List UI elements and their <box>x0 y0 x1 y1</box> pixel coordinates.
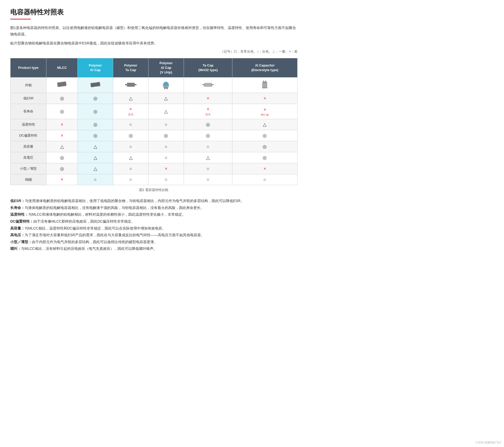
svg-rect-16 <box>205 83 211 87</box>
table-body: 外観 <box>11 78 298 185</box>
cell-r2-c5: ×dry up <box>232 104 297 119</box>
cell-r4-c2: ◎ <box>113 130 149 141</box>
col-header-0: Product type <box>11 58 46 78</box>
cell-r6-c3: ○ <box>149 152 184 163</box>
desc-item: 高容量：与MLCC相比，温度特性和DC偏压特性非常稳定，因此可以在实际使用中增加… <box>10 225 298 232</box>
cell-r7-c1: △ <box>78 163 113 174</box>
cell-r2-c2: ×点火 <box>113 104 149 119</box>
cell-r3-c0: × <box>46 119 78 130</box>
table-row: DC偏置特性×◎◎◎◎◎ <box>11 130 298 141</box>
svg-rect-7 <box>127 83 135 87</box>
col-header-4: PolymerAl Cap(V chip) <box>149 58 184 78</box>
col-header-2: PolymerAl Cap <box>78 58 113 78</box>
feature-cell: 高電圧 <box>11 152 46 163</box>
cell-r7-c0: ◎ <box>46 163 78 174</box>
cell-r5-c3: ○ <box>149 141 184 152</box>
feature-cell: 低ESR <box>11 93 46 104</box>
feature-cell: 長寿命 <box>11 104 46 119</box>
cell-r0-c4 <box>184 78 232 93</box>
table-row: 嗚咽×○○○○○ <box>11 174 298 185</box>
feature-cell: DC偏置特性 <box>11 130 46 141</box>
feature-cell: 嗚咽 <box>11 174 46 185</box>
table-row: 温度特性×◎○○◎△ <box>11 119 298 130</box>
cell-r7-c3: × <box>149 163 184 174</box>
cell-r0-c1 <box>78 78 113 93</box>
table-row: 低ESR◎◎△△×× <box>11 93 298 104</box>
desc-item: 低ESR：与使用液体电解质的铝电解电容器相比，使用了低电阻的聚合物，与钽电容器相… <box>10 197 298 204</box>
desc-term: 长寿命： <box>10 206 25 210</box>
cell-r3-c2: ○ <box>113 119 149 130</box>
legend: （记号）◎：非常出色、○：出色、△：一般、×：差 <box>10 49 298 54</box>
desc-term: 高容量： <box>10 226 25 230</box>
desc-term: 低ESR： <box>10 199 25 203</box>
cell-r1-c5: × <box>232 93 297 104</box>
feature-cell: 高容量 <box>11 141 46 152</box>
cell-r4-c4: ◎ <box>184 130 232 141</box>
cell-r8-c1: ○ <box>78 174 113 185</box>
cell-r2-c1: ◎ <box>78 104 113 119</box>
cell-r5-c4: ○ <box>184 141 232 152</box>
cell-r0-c5 <box>232 78 297 93</box>
svg-line-13 <box>164 88 165 89</box>
cell-r0-c3 <box>149 78 184 93</box>
cell-r6-c1: △ <box>78 152 113 163</box>
cell-r3-c1: ◎ <box>78 119 113 130</box>
cell-r0-c0 <box>46 78 78 93</box>
desc-term: 高电压： <box>10 233 25 237</box>
intro-para-1: 图1是各种电容器的特性对照表。以往使用电解液的铝电解电容器（罐型）和使用二氧化锰… <box>10 25 298 37</box>
svg-rect-18 <box>212 84 214 85</box>
intro-para-2: 贴片型聚合物铝电解电容器在聚合物电容器中ESR最低，因此在纹波吸收等应用中具有优… <box>10 40 298 46</box>
desc-term: 温度特性： <box>10 212 28 216</box>
cell-r3-c3: ○ <box>149 119 184 130</box>
cell-r1-c3: △ <box>149 93 184 104</box>
cell-r4-c1: ◎ <box>78 130 113 141</box>
cell-r1-c1: ◎ <box>78 93 113 104</box>
feature-cell: 小型／薄型 <box>11 163 46 174</box>
comparison-table: Product typeMLCCPolymerAl CapPolymerTa C… <box>10 58 298 185</box>
svg-point-11 <box>163 82 169 86</box>
table-row: 小型／薄型◎△○×○× <box>11 163 298 174</box>
cell-r2-c3: △ <box>149 104 184 119</box>
cell-r6-c5: ◎ <box>232 152 297 163</box>
cell-r8-c5: ○ <box>232 174 297 185</box>
cell-r5-c5: ◎ <box>232 141 297 152</box>
col-header-1: MLCC <box>46 58 78 78</box>
table-row: 長寿命◎◎×点火△×点火×dry up <box>11 104 298 119</box>
cell-r8-c4: ○ <box>184 174 232 185</box>
cell-r4-c0: × <box>46 130 78 141</box>
desc-term: DC偏置特性： <box>10 219 33 223</box>
svg-rect-2 <box>57 82 66 87</box>
table-row: 高電圧◎△△○△◎ <box>11 152 298 163</box>
cell-r7-c4: ○ <box>184 163 232 174</box>
fig-caption: 図1 電容器特性比較 <box>10 188 298 192</box>
desc-item: 嗯叫：与MLCC相比，没有材料引起的压电效应（电气失真效应），因此可以降低嗯叫噪… <box>10 245 298 252</box>
svg-rect-12 <box>164 87 168 88</box>
desc-item: 温度特性：与MLCC和液体电解的铝电解相比，材料对温度的依赖性很小，因此温度特性… <box>10 211 298 218</box>
svg-rect-23 <box>262 87 267 88</box>
cell-r6-c4: △ <box>184 152 232 163</box>
table-header-row: Product typeMLCCPolymerAl CapPolymerTa C… <box>11 58 298 78</box>
feature-cell: 温度特性 <box>11 119 46 130</box>
desc-item: 高电压：为了满足市场对大容量和低ESR产品的需求，因此在与大容量成反比的电气特性… <box>10 232 298 239</box>
cell-r6-c0: ◎ <box>46 152 78 163</box>
desc-term: 嗯叫： <box>10 246 21 251</box>
desc-item: 长寿命：与液体电解质的铝电解电容器相比，没有电解液干涸的风险，与钽电容器相比，没… <box>10 204 298 211</box>
cell-r5-c0: △ <box>46 141 78 152</box>
cell-r8-c3: ○ <box>149 174 184 185</box>
table-row: 外観 <box>11 78 298 93</box>
desc-item: 小型／薄型：由于内部元件为电气并联的多层结构，因此可以做得比传统的罐型电容器更薄… <box>10 239 298 245</box>
title-underline <box>10 19 31 20</box>
cell-r7-c5: × <box>232 163 297 174</box>
page-title: 电容器特性对照表 <box>10 8 298 17</box>
cell-r4-c5: ◎ <box>232 130 297 141</box>
svg-line-14 <box>167 88 167 89</box>
col-header-5: Ta Cap(MnO2 type) <box>184 58 232 78</box>
cell-r6-c2: △ <box>113 152 149 163</box>
cell-r5-c2: ○ <box>113 141 149 152</box>
cell-r1-c4: × <box>184 93 232 104</box>
cell-r2-c0: ◎ <box>46 104 78 119</box>
cell-r8-c2: ○ <box>113 174 149 185</box>
cell-r7-c2: ○ <box>113 163 149 174</box>
svg-rect-8 <box>125 84 127 85</box>
feature-cell: 外観 <box>11 78 46 93</box>
